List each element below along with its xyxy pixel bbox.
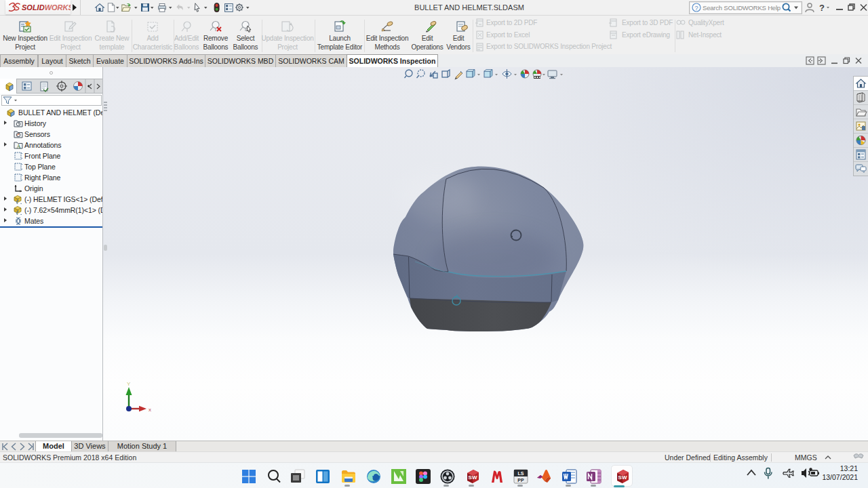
svg-text:SW: SW	[469, 474, 477, 481]
svg-text:x: x	[149, 407, 151, 413]
svg-text:SW: SW	[618, 474, 627, 481]
svg-text:PP: PP	[517, 478, 524, 483]
svg-text:A: A	[16, 143, 21, 150]
svg-text:?: ?	[819, 3, 825, 13]
svg-text:Search SOLIDWORKS Help: Search SOLIDWORKS Help	[703, 4, 781, 12]
svg-text:SOLIDWORKS: SOLIDWORKS	[22, 3, 71, 12]
svg-text:?: ?	[694, 5, 698, 12]
svg-text:LS: LS	[518, 471, 524, 476]
svg-text:Y: Y	[127, 381, 131, 387]
